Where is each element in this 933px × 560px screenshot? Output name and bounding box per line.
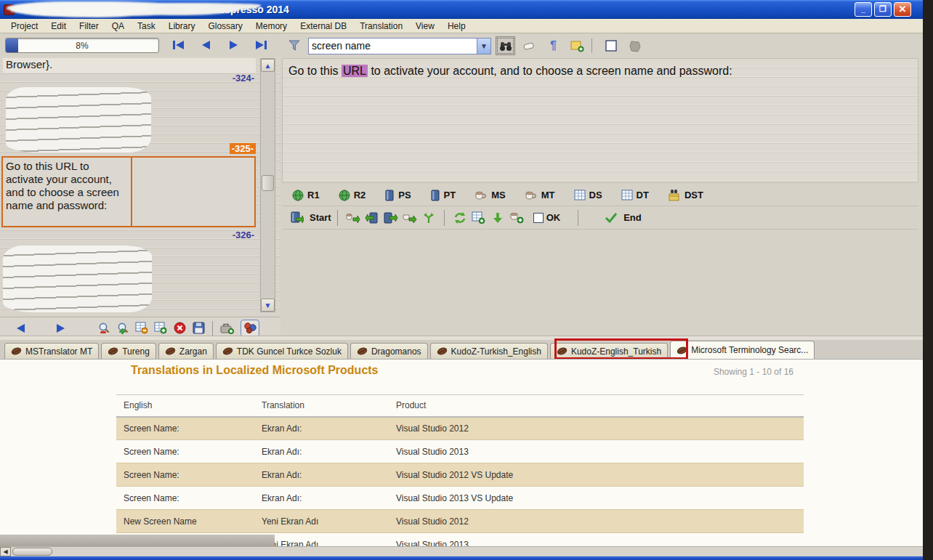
window-title: CafeTran Espresso 2014 — [171, 4, 289, 15]
resource-dt-button[interactable]: DT — [621, 190, 649, 200]
active-segment-target-cell[interactable] — [132, 156, 256, 227]
table-add-icon[interactable] — [469, 209, 488, 227]
ok-label: OK — [546, 212, 561, 223]
refresh-icon[interactable] — [451, 209, 469, 227]
eraser-icon[interactable] — [520, 36, 539, 55]
coffee-bean-icon — [222, 346, 233, 356]
tab-zargan[interactable]: Zargan — [158, 343, 214, 359]
toolbar-divider — [212, 321, 213, 336]
search-combobox: ▼ — [308, 38, 491, 54]
scroll-thumb[interactable] — [262, 175, 274, 191]
stamp-icon-disabled[interactable] — [625, 36, 645, 55]
terminology-table: English Translation Product Screen Name:… — [116, 394, 804, 546]
redacted-segment-source-2[interactable] — [3, 245, 152, 312]
remove-segment-icon[interactable] — [132, 320, 151, 337]
menu-project[interactable]: Project — [4, 20, 44, 33]
tab-microsoft-terminology[interactable]: Microsoft Terminology Searc... — [670, 341, 815, 359]
end-check-icon[interactable] — [602, 209, 621, 227]
insert-down-icon[interactable] — [488, 209, 507, 227]
book-back-icon[interactable] — [363, 209, 381, 227]
back-arrow-icon[interactable] — [12, 320, 31, 337]
menu-external-db[interactable]: External DB — [294, 20, 353, 33]
tab-tureng[interactable]: Tureng — [101, 343, 156, 359]
crate-binoculars-icon — [668, 189, 681, 201]
translation-grid-panel: 8% Browser}. -324- -325- — [0, 33, 280, 338]
tab-dragomanos[interactable]: Dragomanos — [350, 343, 428, 359]
book-forward-icon[interactable] — [381, 209, 400, 227]
tab-kudoz-english-turkish[interactable]: KudoZ-English_Turkish — [550, 343, 668, 359]
menu-qa[interactable]: QA — [105, 20, 131, 33]
resource-ps-button[interactable]: PS — [384, 190, 411, 201]
hscroll-thumb[interactable] — [12, 548, 52, 556]
menu-translation[interactable]: Translation — [353, 20, 409, 33]
delete-icon[interactable] — [170, 320, 189, 337]
resource-r2-button[interactable]: R2 — [339, 190, 366, 201]
resource-dst-button[interactable]: DST — [668, 189, 703, 201]
resource-pt-button[interactable]: PT — [430, 190, 456, 201]
search-input[interactable] — [309, 38, 477, 54]
menu-edit[interactable]: Edit — [44, 20, 73, 33]
menu-help[interactable]: Help — [441, 20, 472, 33]
resources-spheres-icon[interactable] — [241, 320, 259, 337]
segment-editor[interactable]: Go to this URL to activate your account,… — [282, 58, 918, 183]
menu-filter[interactable]: Filter — [73, 20, 105, 33]
active-segment-source-cell[interactable]: Go to this URL to activate your account,… — [1, 156, 132, 227]
menu-memory[interactable]: Memory — [249, 20, 294, 33]
menu-task[interactable]: Task — [131, 20, 162, 33]
menu-glossary[interactable]: Glossary — [201, 20, 249, 33]
source-before: Go to this — [288, 65, 342, 77]
coffee-bean-icon — [676, 346, 687, 355]
resource-r1-button[interactable]: R1 — [292, 190, 320, 201]
segment-324-text[interactable]: Browser}. — [3, 58, 256, 73]
branch-icon[interactable] — [419, 209, 438, 227]
last-segment-button[interactable] — [250, 37, 272, 53]
scroll-up-icon[interactable]: ▲ — [261, 59, 275, 72]
pilcrow-icon[interactable]: ¶ — [544, 36, 563, 55]
tab-mstranslator[interactable]: MSTranslator MT — [4, 343, 99, 359]
menu-library[interactable]: Library — [162, 20, 202, 33]
next-segment-button[interactable] — [222, 37, 244, 53]
first-segment-button[interactable] — [168, 37, 190, 53]
toolbar-divider — [337, 210, 338, 226]
tab-kudoz-turkish-english[interactable]: KudoZ-Turkish_English — [430, 343, 548, 359]
note-add-icon[interactable] — [568, 36, 587, 55]
forward-arrow-icon[interactable] — [51, 320, 70, 337]
memory-send-icon[interactable] — [400, 209, 419, 227]
app-window: CafeTran Espresso 2014 _ ❐ ✕ Project Edi… — [0, 0, 923, 559]
close-button[interactable]: ✕ — [894, 2, 911, 17]
zoom-out-icon[interactable] — [94, 320, 113, 337]
minimize-button[interactable]: _ — [855, 2, 872, 17]
scroll-down-icon[interactable]: ▼ — [261, 299, 275, 312]
source-after: to activate your account, and to choose … — [368, 65, 732, 77]
preview-checkbox[interactable] — [601, 36, 621, 55]
find-binoculars-icon[interactable] — [496, 36, 515, 55]
terminology-webview: Translations in Localized Microsoft Prod… — [0, 359, 923, 546]
resource-ds-button[interactable]: DS — [574, 190, 602, 200]
start-icon[interactable] — [288, 209, 307, 227]
previous-segment-button[interactable] — [195, 37, 217, 53]
memory-forward-icon[interactable] — [344, 209, 363, 227]
start-label[interactable]: Start — [310, 212, 331, 223]
restore-button[interactable]: ❐ — [874, 2, 892, 17]
filter-funnel-icon[interactable] — [288, 39, 301, 52]
results-count: Showing 1 - 10 of 16 — [714, 367, 793, 377]
end-label[interactable]: End — [623, 212, 642, 223]
coffee-bean-icon — [557, 346, 568, 356]
resource-ms-button[interactable]: MS — [474, 190, 506, 200]
scroll-left-icon[interactable]: ◀ — [0, 547, 11, 556]
save-icon[interactable] — [189, 320, 208, 337]
resource-mt-button[interactable]: MT — [525, 190, 555, 200]
menubar: Project Edit Filter QA Task Library Glos… — [0, 19, 923, 33]
webview-horizontal-scrollbar[interactable]: ◀ — [0, 546, 923, 556]
redacted-segment-source[interactable] — [6, 87, 151, 153]
add-segment-icon[interactable] — [151, 320, 170, 337]
menu-view[interactable]: View — [409, 20, 441, 33]
ok-checkbox[interactable] — [533, 213, 544, 223]
grid-vertical-scrollbar[interactable]: ▲ ▼ — [260, 58, 275, 312]
memory-add-icon[interactable] — [507, 209, 526, 227]
search-toolbar: ▼ ¶ — [282, 33, 923, 58]
resources-add-icon[interactable] — [217, 320, 236, 337]
combo-dropdown-icon[interactable]: ▼ — [477, 38, 490, 54]
tab-tdk-sozluk[interactable]: TDK Guncel Turkce Sozluk — [216, 343, 348, 359]
zoom-in-icon[interactable] — [113, 320, 132, 337]
